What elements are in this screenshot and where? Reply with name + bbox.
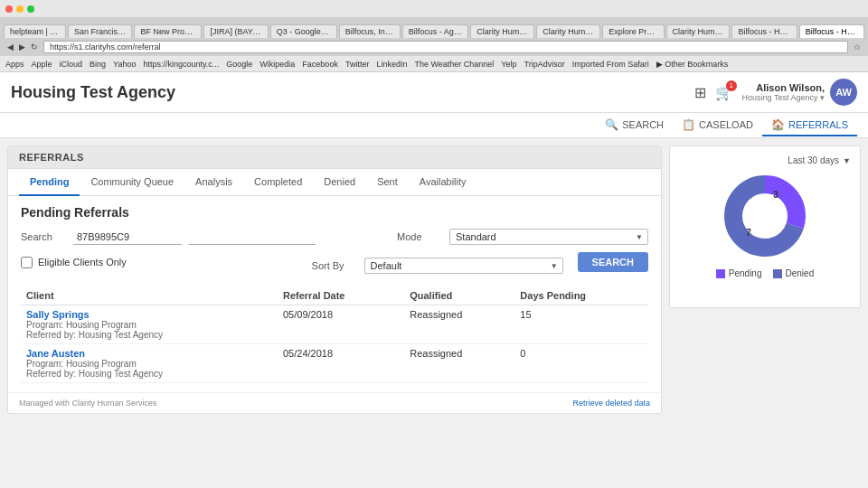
tab-clarity2[interactable]: Clarity Human... — [536, 24, 600, 38]
bookmark-bing[interactable]: Bing — [90, 60, 106, 69]
notification-icon[interactable]: 🛒 1 — [715, 84, 733, 101]
tab-analysis[interactable]: Analysis — [184, 169, 243, 196]
eligible-checkbox[interactable] — [21, 257, 33, 268]
bookmark-apple[interactable]: Apple — [32, 60, 52, 69]
search-button[interactable]: SEARCH — [578, 252, 648, 272]
header-right: ⊞ 🛒 1 Alison Wilson, Housing Test Agency… — [694, 79, 857, 106]
section-header: REFERRALS — [8, 146, 661, 169]
legend-denied-label: Denied — [786, 268, 815, 278]
tab-bilfocus3[interactable]: Bilfocus - Hum... — [731, 24, 797, 38]
bookmark-icloud[interactable]: iCloud — [60, 60, 83, 69]
grid-icon[interactable]: ⊞ — [694, 84, 706, 101]
bookmark-kingcounty[interactable]: https://kingcounty.c... — [143, 60, 219, 69]
minimize-dot[interactable] — [16, 5, 24, 13]
left-panel: REFERRALS Pending Community Queue Analys… — [0, 138, 669, 488]
bookmark-google[interactable]: Google — [226, 60, 252, 69]
chart-period: Last 30 days — [788, 155, 839, 165]
tab-clarity1[interactable]: Clarity Human... — [470, 24, 534, 38]
table-row: Sally Springs Program: Housing Program R… — [21, 305, 648, 344]
bookmark-wikipedia[interactable]: Wikipedia — [259, 60, 295, 69]
denied-legend-icon — [773, 269, 782, 278]
svg-rect-1 — [773, 269, 782, 278]
search-label: Search — [21, 231, 66, 242]
chart-card: Last 30 days ▼ 3 7 — [669, 145, 861, 308]
tab-helpteam[interactable]: helpteam | Au... — [4, 24, 66, 38]
tab-sf[interactable]: San Francisco... — [68, 24, 132, 38]
search-icon: 🔍 — [605, 118, 618, 131]
bookmark-linkedin[interactable]: LinkedIn — [376, 60, 407, 69]
footer-retrieve-link[interactable]: Retrieve deleted data — [572, 399, 650, 408]
bookmarks-bar: Apps Apple iCloud Bing Yahoo https://kin… — [0, 56, 868, 72]
chart-header: Last 30 days ▼ — [788, 155, 851, 165]
user-agency[interactable]: Housing Test Agency ▾ — [742, 93, 825, 102]
referral-date-2: 05/24/2018 — [278, 344, 404, 383]
tab-bilfocus1[interactable]: Bilfocus, Inc. ... — [339, 24, 401, 38]
bookmark-weather[interactable]: The Weather Channel — [414, 60, 494, 69]
col-days-pending: Days Pending — [514, 286, 648, 305]
tab-bf-new[interactable]: BF New Progra... — [134, 24, 202, 38]
client-program-1: Program: Housing Program — [26, 320, 272, 330]
sort-by-label: Sort By — [312, 260, 357, 271]
mode-select-wrapper: Standard Advanced — [449, 229, 648, 245]
bookmark-yahoo[interactable]: Yahoo — [113, 60, 136, 69]
bookmark-twitter[interactable]: Twitter — [345, 60, 370, 69]
bookmark-other[interactable]: ▶ Other Bookmarks — [656, 60, 729, 69]
table-header: Client Referral Date Qualified Days Pend… — [21, 286, 648, 305]
client-program-2: Program: Housing Program — [26, 359, 272, 369]
sort-by-select[interactable]: Default Date Name — [364, 258, 563, 274]
refresh-button[interactable]: ↻ — [31, 42, 38, 52]
tab-q3[interactable]: Q3 - Google Dr... — [270, 24, 337, 38]
tab-bilfocus4-active[interactable]: Bilfocus - Hum... — [799, 24, 864, 38]
days-pending-1: 15 — [514, 305, 648, 344]
bookmark-imported[interactable]: Imported From Safari — [572, 60, 649, 69]
col-client: Client — [21, 286, 278, 305]
search-input[interactable] — [73, 230, 182, 245]
col-qualified: Qualified — [404, 286, 514, 305]
tab-denied[interactable]: Denied — [313, 169, 366, 196]
address-input[interactable] — [43, 41, 848, 53]
nav-caseload[interactable]: 📋 CASELOAD — [673, 115, 762, 136]
bookmark-apps[interactable]: Apps — [5, 60, 24, 69]
client-referred-1: Referred by: Housing Test Agency — [26, 330, 272, 340]
client-name-1[interactable]: Sally Springs — [26, 309, 272, 320]
back-button[interactable]: ◀ — [7, 42, 14, 52]
nav-search[interactable]: 🔍 SEARCH — [596, 115, 673, 136]
tab-clarity3[interactable]: Clarity Human... — [666, 24, 731, 38]
forward-button[interactable]: ▶ — [19, 42, 25, 52]
chart-expand-icon[interactable]: ▼ — [843, 156, 851, 165]
avatar: AW — [830, 79, 857, 106]
qualified-1: Reassigned — [404, 305, 514, 344]
tab-explore[interactable]: Explore Proje... — [602, 24, 664, 38]
section-title-text: REFERRALS — [19, 152, 84, 163]
main-content: REFERRALS Pending Community Queue Analys… — [0, 138, 868, 488]
tab-community-queue[interactable]: Community Queue — [80, 169, 184, 196]
tab-availability[interactable]: Availability — [409, 169, 477, 196]
mode-select[interactable]: Standard Advanced — [449, 229, 648, 245]
search-mode-row: Search Mode Standard Advanced — [21, 229, 648, 245]
legend-pending-label: Pending — [729, 268, 762, 278]
nav-referrals-label: REFERRALS — [788, 119, 848, 130]
maximize-dot[interactable] — [27, 5, 34, 13]
referral-date-1: 05/09/2018 — [278, 305, 404, 344]
denied-label: 7 — [746, 228, 751, 238]
close-dot[interactable] — [5, 5, 13, 13]
bookmark-yelp[interactable]: Yelp — [501, 60, 516, 69]
bookmark-facebook[interactable]: Facebook — [302, 60, 338, 69]
tab-jira[interactable]: [JIRA] (BAY-1)... — [203, 24, 268, 38]
nav-referrals[interactable]: 🏠 REFERRALS — [762, 115, 857, 136]
tab-bilfocus2[interactable]: Bilfocus - Agen... — [402, 24, 469, 38]
notification-badge: 1 — [726, 80, 737, 91]
search-input-2[interactable] — [189, 230, 316, 245]
tab-pending[interactable]: Pending — [19, 169, 80, 196]
tab-completed[interactable]: Completed — [243, 169, 313, 196]
app-header: Housing Test Agency ⊞ 🛒 1 Alison Wilson,… — [0, 72, 868, 113]
client-name-2[interactable]: Jane Austen — [26, 348, 272, 359]
svg-rect-0 — [716, 269, 725, 278]
table-row: Jane Austen Program: Housing Program Ref… — [21, 344, 648, 383]
tab-sent[interactable]: Sent — [366, 169, 409, 196]
bookmark-tripadvisor[interactable]: TripAdvisor — [524, 60, 565, 69]
referrals-section: REFERRALS Pending Community Queue Analys… — [7, 145, 662, 414]
bookmark-star[interactable]: ☆ — [854, 42, 861, 52]
chart-legend: Pending Denied — [716, 268, 814, 278]
legend-pending: Pending — [716, 268, 762, 278]
